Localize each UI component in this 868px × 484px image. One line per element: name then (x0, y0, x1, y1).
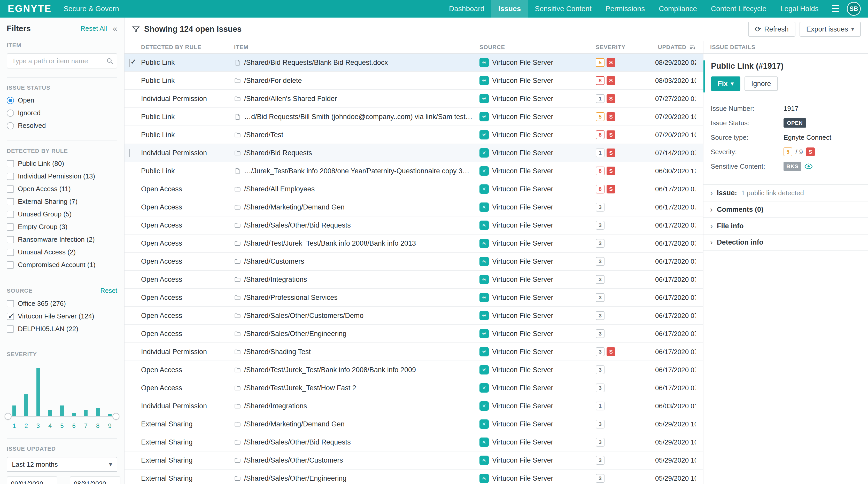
reset-all-link[interactable]: Reset All (81, 25, 107, 33)
detail-section-file-info[interactable]: ›File info (704, 218, 868, 234)
table-row[interactable]: Open Access/Shared/Integrations✳Virtucon… (125, 271, 703, 289)
table-row[interactable]: External Sharing/Shared/Sales/Other/Cust… (125, 451, 703, 470)
rule-checkbox[interactable] (7, 223, 14, 231)
rule-checkbox[interactable] (7, 236, 14, 243)
header-updated[interactable]: UPDATED (655, 44, 696, 51)
table-row[interactable]: Open Access/Shared/Marketing/Demand Gen✳… (125, 198, 703, 217)
chevron-down-icon: ▾ (731, 80, 734, 87)
rule-checkbox[interactable] (7, 173, 14, 180)
row-checkbox[interactable] (129, 149, 130, 157)
table-row[interactable]: External Sharing/Shared/Sales/Other/Engi… (125, 470, 703, 484)
table-row[interactable]: Open Access/Shared/Professional Services… (125, 289, 703, 307)
nav-item-content-lifecycle[interactable]: Content Lifecycle (704, 0, 773, 18)
table-row[interactable]: External Sharing/Shared/Marketing/Demand… (125, 415, 703, 433)
nav-item-permissions[interactable]: Permissions (598, 0, 652, 18)
rule-checkbox[interactable] (7, 249, 14, 256)
source-option[interactable]: Virtucon File Server (124) (7, 310, 117, 322)
source-cell: ✳Virtucon File Server (479, 383, 596, 393)
rule-checkbox[interactable] (7, 261, 14, 268)
item-search-input[interactable] (7, 54, 117, 68)
eye-icon[interactable] (804, 163, 813, 169)
header-detected-by-rule[interactable]: DETECTED BY RULE (141, 44, 234, 51)
table-row[interactable]: Individual Permission/Shared/Shading Tes… (125, 343, 703, 361)
table-row[interactable]: Individual Permission/Shared/Bid Request… (125, 144, 703, 162)
egnyte-source-icon: ✳ (479, 239, 489, 248)
header-severity[interactable]: SEVERITY (596, 44, 655, 51)
table-row[interactable]: Open Access/Shared/All Employees✳Virtuco… (125, 180, 703, 198)
source-checkbox[interactable] (7, 325, 14, 333)
table-row[interactable]: Open Access/Shared/Sales/Other/Customers… (125, 307, 703, 325)
issue-status-option[interactable]: Open (7, 94, 117, 106)
rule-option[interactable]: Ransomware Infection (2) (7, 233, 117, 246)
fix-button[interactable]: Fix ▾ (711, 76, 740, 91)
rule-option[interactable]: Unused Group (5) (7, 208, 117, 220)
rule-checkbox[interactable] (7, 211, 14, 218)
rule-option[interactable]: External Sharing (7) (7, 195, 117, 208)
nav-item-issues[interactable]: Issues (491, 0, 528, 18)
source-reset-link[interactable]: Reset (100, 287, 117, 294)
source-option[interactable]: Office 365 (276) (7, 297, 117, 310)
table-row[interactable]: Open Access/Shared/Customers✳Virtucon Fi… (125, 253, 703, 271)
table-row[interactable]: Open Access/Shared/Test/Jurek_Test/Bank … (125, 361, 703, 379)
item-cell: /Shared/Sales/Other/Engineering (234, 330, 479, 338)
nav-item-legal-holds[interactable]: Legal Holds (773, 0, 826, 18)
severity-slider-handle-min[interactable] (5, 413, 11, 420)
detail-section-comments-0[interactable]: ›Comments (0) (704, 201, 868, 218)
table-row[interactable]: Public Link…d/Bid Requests/Bill Smith (j… (125, 108, 703, 126)
severity-cell: 3 (596, 311, 655, 320)
severity-slider-handle-max[interactable] (113, 413, 119, 420)
date-from-input[interactable] (7, 477, 57, 484)
nav-item-dashboard[interactable]: Dashboard (442, 0, 491, 18)
table-row[interactable]: Public Link/Shared/Test✳Virtucon File Se… (125, 126, 703, 144)
export-issues-button[interactable]: Export issues ▾ (800, 22, 861, 37)
rule-option[interactable]: Open Access (11) (7, 183, 117, 195)
collapse-sidebar-icon[interactable]: « (113, 24, 117, 33)
issue-status-option[interactable]: Ignored (7, 107, 117, 119)
rule-option[interactable]: Unusual Access (2) (7, 246, 117, 258)
radio-ignored[interactable] (7, 109, 14, 117)
table-row[interactable]: Individual Permission/Shared/Allen's Sha… (125, 90, 703, 108)
table-row[interactable]: Individual Permission/Shared/Integration… (125, 397, 703, 415)
ignore-button[interactable]: Ignore (745, 76, 778, 91)
nav-item-sensitive-content[interactable]: Sensitive Content (528, 0, 598, 18)
source-label: SOURCE (7, 287, 33, 294)
egnyte-logo[interactable]: EGNYTE (8, 3, 52, 14)
date-to-input[interactable] (70, 477, 120, 484)
source-name: Virtucon File Server (492, 167, 553, 175)
row-checkbox[interactable] (129, 59, 130, 67)
table-row[interactable]: Public Link…/Jurek_Test/Bank info 2008/o… (125, 162, 703, 180)
table-row[interactable]: External Sharing/Shared/Sales/Other/Bid … (125, 433, 703, 451)
table-row[interactable]: Public Link/Shared/Bid Requests/Blank Bi… (125, 54, 703, 72)
detail-section-issue[interactable]: ›Issue:1 public link detected (704, 185, 868, 201)
table-row[interactable]: Open Access/Shared/Sales/Other/Bid Reque… (125, 217, 703, 234)
rule-checkbox[interactable] (7, 186, 14, 193)
source-checkbox[interactable] (7, 313, 14, 320)
rule-checkbox[interactable] (7, 198, 14, 205)
radio-open[interactable] (7, 97, 14, 104)
header-item[interactable]: ITEM (234, 44, 479, 51)
header-source[interactable]: SOURCE (479, 44, 596, 51)
nav-item-compliance[interactable]: Compliance (652, 0, 704, 18)
table-row[interactable]: Open Access/Shared/Test/Jurek_Test/How F… (125, 379, 703, 397)
item-cell: /Shared/Sales/Other/Bid Requests (234, 221, 479, 229)
issue-status-option[interactable]: Resolved (7, 120, 117, 132)
table-row[interactable]: Open Access/Shared/Test/Jurek_Test/Bank … (125, 234, 703, 253)
source-checkbox[interactable] (7, 300, 14, 308)
severity-badge: 3 (596, 239, 604, 248)
rule-option[interactable]: Compromised Account (1) (7, 259, 117, 271)
filter-section-item: ITEM (7, 42, 117, 68)
issue-updated-select[interactable]: Last 12 months ▾ (7, 457, 117, 472)
rule-option[interactable]: Individual Permission (13) (7, 170, 117, 182)
rule-checkbox[interactable] (7, 160, 14, 167)
table-row[interactable]: Public Link/Shared/For delete✳Virtucon F… (125, 72, 703, 90)
refresh-icon: ⟳ (755, 25, 761, 34)
rule-option[interactable]: Public Link (80) (7, 158, 117, 170)
radio-resolved[interactable] (7, 122, 14, 129)
avatar[interactable]: SB (847, 2, 861, 16)
hamburger-menu-icon[interactable]: ☰ (826, 3, 845, 14)
refresh-button[interactable]: ⟳ Refresh (748, 22, 796, 37)
source-option[interactable]: DELPHI05.LAN (22) (7, 323, 117, 335)
rule-option[interactable]: Empty Group (3) (7, 221, 117, 233)
table-row[interactable]: Open Access/Shared/Sales/Other/Engineeri… (125, 325, 703, 343)
detail-section-detection-info[interactable]: ›Detection info (704, 234, 868, 251)
